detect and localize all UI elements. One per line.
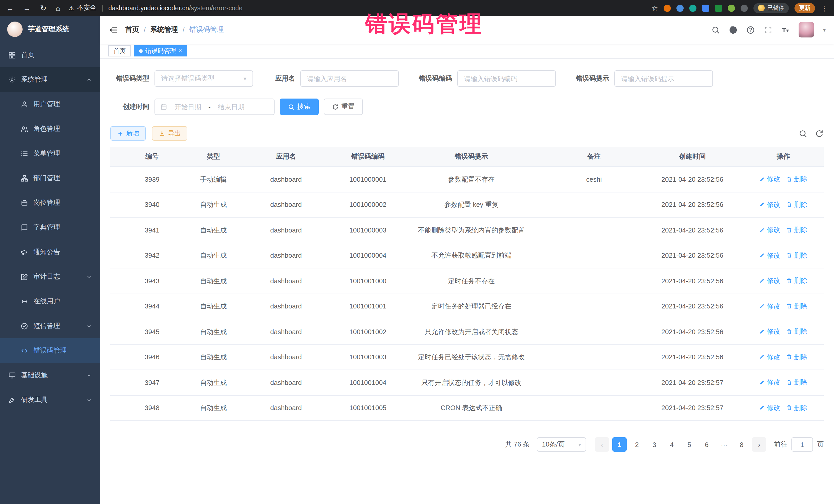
edit-link[interactable]: 修改 [759,175,780,183]
delete-link[interactable]: 删除 [786,200,807,209]
extension-icon-4[interactable] [702,4,709,12]
delete-link[interactable]: 删除 [786,175,807,183]
browser-update-button[interactable]: 更新 [794,3,815,13]
sidebar-item-menus[interactable]: 菜单管理 [0,141,100,166]
error-code-input[interactable] [457,70,556,87]
tab-home[interactable]: 首页 [108,45,131,57]
start-date-input[interactable] [171,103,205,111]
delete-link[interactable]: 删除 [786,225,807,234]
page-button-6[interactable]: 6 [700,437,714,452]
cell-code: 1001001000 [339,268,397,293]
chevron-down-icon [86,397,92,403]
sidebar-item-posts[interactable]: 岗位管理 [0,191,100,215]
help-icon[interactable] [746,25,755,34]
delete-link[interactable]: 删除 [786,403,807,412]
delete-link[interactable]: 删除 [786,378,807,387]
sidebar-item-roles[interactable]: 角色管理 [0,116,100,141]
edit-link[interactable]: 修改 [759,378,780,387]
page-size-select[interactable]: 10条/页 ▾ [537,437,586,452]
back-icon[interactable]: ← [6,4,14,12]
extension-icon-7[interactable] [741,4,748,12]
cell-id: 3946 [110,344,194,370]
address-bar[interactable]: dashboard.yudao.iocoder.cn/system/error-… [108,4,242,12]
home-icon[interactable]: ⌂ [56,4,60,12]
date-range-picker[interactable]: - [154,98,275,115]
page-button-5[interactable]: 5 [682,437,697,452]
delete-link[interactable]: 删除 [786,352,807,361]
app-name-input[interactable] [300,70,399,87]
tab-error-code[interactable]: 错误码管理 × [134,45,187,57]
delete-link[interactable]: 删除 [786,251,807,259]
sidebar-logo[interactable]: 芋道管理系统 [0,16,100,43]
sidebar-item-infrastructure[interactable]: 基础设施 [0,363,100,388]
edit-link[interactable]: 修改 [759,327,780,336]
breadcrumb-system[interactable]: 系统管理 [150,25,178,35]
breadcrumb-home[interactable]: 首页 [125,25,139,35]
page-button-1[interactable]: 1 [612,437,627,452]
edit-link[interactable]: 修改 [759,251,780,259]
extension-icon-6[interactable] [728,4,735,12]
security-indicator[interactable]: ⚠ 不安全 [68,4,96,12]
reload-icon[interactable]: ↻ [40,3,46,13]
refresh-table-icon[interactable] [815,129,824,138]
extension-icon-2[interactable] [676,4,684,12]
end-date-input[interactable] [214,103,248,111]
sidebar-fold-icon[interactable] [108,25,118,35]
table-row: 3946 自动生成 dashboard 1001001003 定时任务已经处于该… [110,344,824,370]
sidebar-item-dict[interactable]: 字典管理 [0,215,100,240]
font-size-icon[interactable] [782,25,790,34]
next-page-button[interactable]: › [752,437,766,452]
forward-icon[interactable]: → [23,4,31,12]
more-pages-button[interactable]: ··· [717,437,731,452]
page-button-8[interactable]: 8 [734,437,749,452]
edit-link[interactable]: 修改 [759,225,780,234]
delete-link[interactable]: 删除 [786,302,807,310]
edit-link[interactable]: 修改 [759,352,780,361]
goto-page-input[interactable] [791,437,813,452]
sidebar-item-system[interactable]: 系统管理 [0,67,100,92]
goto-unit: 页 [817,440,824,449]
error-hint-input[interactable] [614,70,713,87]
page-button-4[interactable]: 4 [665,437,679,452]
page-button-2[interactable]: 2 [630,437,644,452]
cell-actions: 修改删除 [743,243,824,268]
browser-menu-icon[interactable]: ⋮ [821,4,828,12]
search-icon[interactable] [711,25,720,34]
sidebar-item-departments[interactable]: 部门管理 [0,166,100,191]
cell-hint: 定时任务不存在 [397,268,546,293]
edit-link[interactable]: 修改 [759,200,780,209]
reset-button[interactable]: 重置 [324,98,363,115]
sidebar-item-sms[interactable]: 短信管理 [0,313,100,338]
sidebar-item-users[interactable]: 用户管理 [0,92,100,116]
extension-icon-5[interactable] [715,4,722,12]
edit-link[interactable]: 修改 [759,276,780,285]
add-button-label: 新增 [126,129,139,138]
toggle-search-icon[interactable] [798,129,807,138]
user-avatar[interactable] [799,22,814,38]
search-button[interactable]: 搜索 [280,98,319,115]
fullscreen-icon[interactable] [764,25,773,34]
sidebar-item-devtools[interactable]: 研发工具 [0,388,100,412]
extension-icon-1[interactable] [664,4,671,12]
add-button[interactable]: 新增 [110,126,146,140]
profile-paused-chip[interactable]: 已暂停 [753,3,789,13]
sidebar-item-error-code[interactable]: 错误码管理 [0,338,100,363]
warning-icon: ⚠ [68,4,74,12]
avatar-caret-icon[interactable]: ▾ [823,26,826,33]
sidebar-item-online-users[interactable]: 在线用户 [0,289,100,313]
delete-link[interactable]: 删除 [786,327,807,336]
page-button-3[interactable]: 3 [647,437,662,452]
edit-link[interactable]: 修改 [759,403,780,412]
sidebar-item-home[interactable]: 首页 [0,43,100,67]
error-type-select[interactable]: 请选择错误码类型 ▾ [154,70,253,87]
delete-link[interactable]: 删除 [786,276,807,285]
edit-link[interactable]: 修改 [759,302,780,310]
sidebar-item-audit-log[interactable]: 审计日志 [0,264,100,289]
sidebar-item-notice[interactable]: 通知公告 [0,240,100,264]
export-button[interactable]: 导出 [152,126,187,140]
extension-icon-3[interactable] [689,4,697,12]
bookmark-star-icon[interactable]: ☆ [652,4,658,12]
tab-close-icon[interactable]: × [179,48,182,54]
github-icon[interactable] [729,25,738,34]
prev-page-button[interactable]: ‹ [595,437,609,452]
